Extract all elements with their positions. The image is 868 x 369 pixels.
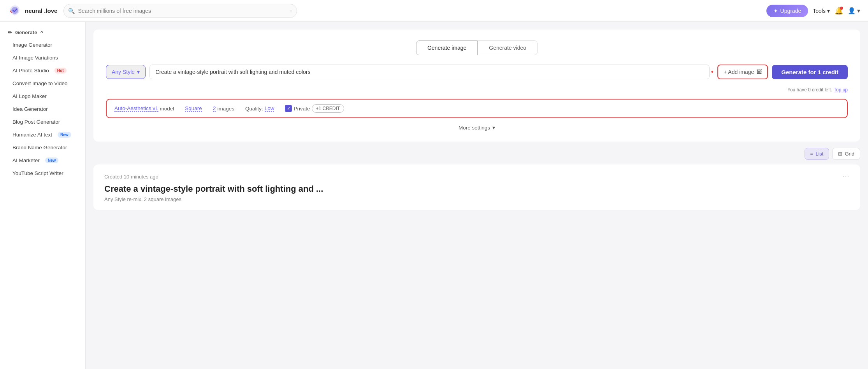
logo-title-line1: neural .love <box>25 7 57 14</box>
search-input[interactable] <box>63 4 297 18</box>
quality-label: Quality: <box>245 106 263 112</box>
sidebar-item-label: AI Image Variations <box>12 55 58 61</box>
generate-card: Generate image Generate video Any Style … <box>93 30 860 142</box>
grid-view-button[interactable]: ⊞ Grid <box>832 148 860 160</box>
credit-badge: +1 CREDIT <box>312 104 344 113</box>
private-setting: ✓ Private +1 CREDIT <box>285 104 344 113</box>
sidebar-item-label: AI Photo Studio <box>12 68 49 73</box>
sidebar-generate-section[interactable]: ✏ Generate ^ <box>0 26 85 38</box>
size-link[interactable]: Square <box>185 105 202 112</box>
sidebar-item-image-generator[interactable]: Image Generator <box>0 38 85 51</box>
sidebar-item-label: YouTube Script Writer <box>12 170 63 176</box>
sidebar-item-ai-image-variations[interactable]: AI Image Variations <box>0 51 85 64</box>
sidebar-item-brand-name-generator[interactable]: Brand Name Generator <box>0 141 85 154</box>
list-icon: ≡ <box>810 151 814 157</box>
upgrade-sparkle-icon: ✦ <box>773 8 778 14</box>
settings-bar: Auto-Aesthetics v1 model Square 2 images… <box>106 99 848 118</box>
search-wrap: 🔍 ≡ <box>63 4 297 18</box>
list-view-button[interactable]: ≡ List <box>805 148 829 160</box>
logo-text: neural .love <box>25 7 57 14</box>
new-badge: New <box>58 132 71 138</box>
sidebar-chevron-icon: ^ <box>40 30 43 35</box>
quality-link[interactable]: Low <box>265 105 274 112</box>
user-chevron-icon: ▾ <box>857 7 860 14</box>
search-icon: 🔍 <box>68 8 75 14</box>
more-settings-chevron-icon: ▾ <box>492 124 495 131</box>
tab-generate-video[interactable]: Generate video <box>478 40 538 55</box>
model-link[interactable]: Auto-Aesthetics v1 <box>114 105 158 112</box>
style-chevron-icon: ▾ <box>137 69 140 75</box>
style-selector-button[interactable]: Any Style ▾ <box>106 65 146 79</box>
sidebar-item-convert-image-to-video[interactable]: Convert Image to Video <box>0 77 85 90</box>
grid-view-label: Grid <box>845 151 854 157</box>
notifications-button[interactable]: 🔔 <box>835 7 843 15</box>
add-image-label: + Add image <box>724 69 754 75</box>
sidebar-item-idea-generator[interactable]: Idea Generator <box>0 103 85 115</box>
sidebar-item-ai-marketer[interactable]: AI Marketer New <box>0 154 85 167</box>
topbar-right: ✦ Upgrade Tools ▾ 🔔 👤 ▾ <box>766 5 860 17</box>
style-selector-label: Any Style <box>112 69 135 75</box>
sidebar-section-label: Generate <box>15 30 37 35</box>
gen-timestamp: Created 10 minutes ago <box>104 174 158 180</box>
sidebar-item-label: Blog Post Generator <box>12 119 60 125</box>
model-setting: Auto-Aesthetics v1 model <box>114 105 174 112</box>
prompt-row: Any Style ▾ • + Add image 🖼 Generate for… <box>106 65 848 79</box>
more-settings-row[interactable]: More settings ▾ <box>106 124 848 131</box>
generate-button-label: Generate for 1 credit <box>781 69 838 75</box>
sidebar-item-blog-post-generator[interactable]: Blog Post Generator <box>0 115 85 128</box>
search-filter-icon[interactable]: ≡ <box>289 8 292 14</box>
sidebar-item-ai-photo-studio[interactable]: AI Photo Studio Hot <box>0 64 85 77</box>
sidebar-item-label: Idea Generator <box>12 106 48 112</box>
prompt-dot-indicator: • <box>711 68 713 76</box>
tools-button[interactable]: Tools ▾ <box>813 8 830 14</box>
new-badge-2: New <box>45 157 59 163</box>
sidebar-item-label: Convert Image to Video <box>12 80 68 86</box>
logo[interactable]: neural .love <box>8 4 57 18</box>
list-view-label: List <box>815 151 823 157</box>
credits-row: You have 0 credit left. Top up <box>106 87 848 93</box>
top-up-link[interactable]: Top up <box>834 87 848 93</box>
tab-row: Generate image Generate video <box>106 40 848 55</box>
size-setting: Square <box>185 105 202 112</box>
gen-more-button[interactable]: ⋯ <box>842 172 849 181</box>
sidebar-item-label: Humanize AI text <box>12 132 52 138</box>
gen-meta: Any Style re-mix, 2 square images <box>104 196 849 202</box>
generated-item-card: Created 10 minutes ago ⋯ Create a vintag… <box>93 164 860 210</box>
grid-icon: ⊞ <box>838 151 842 157</box>
sidebar-item-youtube-script-writer[interactable]: YouTube Script Writer <box>0 167 85 180</box>
add-image-icon: 🖼 <box>756 69 762 75</box>
private-label: Private <box>293 106 310 112</box>
sidebar-item-label: AI Marketer <box>12 157 40 163</box>
main-content: Generate image Generate video Any Style … <box>86 22 868 369</box>
view-toggle-row: ≡ List ⊞ Grid <box>93 148 860 160</box>
more-settings-label: More settings <box>459 125 490 131</box>
user-menu-button[interactable]: 👤 ▾ <box>848 7 860 14</box>
sidebar-item-label: AI Logo Maker <box>12 93 47 99</box>
sidebar-item-humanize-ai-text[interactable]: Humanize AI text New <box>0 128 85 141</box>
tab-generate-image-label: Generate image <box>427 45 466 51</box>
upgrade-label: Upgrade <box>780 8 801 14</box>
topbar: neural .love 🔍 ≡ ✦ Upgrade Tools ▾ 🔔 <box>0 0 868 22</box>
generate-button[interactable]: Generate for 1 credit <box>772 65 848 79</box>
notification-dot <box>840 7 843 10</box>
prompt-input[interactable] <box>149 65 710 79</box>
tab-generate-video-label: Generate video <box>489 45 526 51</box>
add-image-button[interactable]: + Add image 🖼 <box>717 65 768 79</box>
generate-pen-icon: ✏ <box>8 30 12 35</box>
tab-generate-image[interactable]: Generate image <box>416 40 478 55</box>
hot-badge: Hot <box>54 68 67 73</box>
credits-text: You have 0 credit left. <box>787 87 832 93</box>
tools-label: Tools <box>813 8 826 14</box>
count-suffix: images <box>217 106 234 112</box>
gen-title: Create a vintage-style portrait with sof… <box>104 184 849 194</box>
quality-setting: Quality: Low <box>245 105 274 112</box>
private-checkbox[interactable]: ✓ <box>285 105 292 112</box>
sidebar-item-label: Image Generator <box>12 42 52 48</box>
gen-card-header: Created 10 minutes ago ⋯ <box>104 172 849 181</box>
upgrade-button[interactable]: ✦ Upgrade <box>766 5 808 17</box>
count-link[interactable]: 2 <box>213 105 216 112</box>
sidebar-item-ai-logo-maker[interactable]: AI Logo Maker <box>0 90 85 103</box>
tools-chevron-icon: ▾ <box>827 8 830 14</box>
main-layout: ✏ Generate ^ Image Generator AI Image Va… <box>0 22 868 369</box>
sidebar: ✏ Generate ^ Image Generator AI Image Va… <box>0 22 86 369</box>
